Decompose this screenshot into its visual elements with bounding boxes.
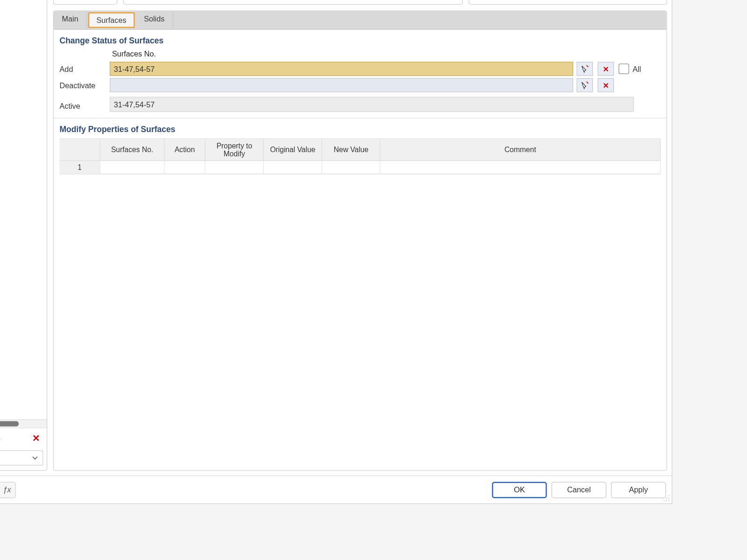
no-group: No. CS1 bbox=[53, 0, 118, 5]
svg-line-11 bbox=[586, 65, 588, 67]
add-pick-button[interactable] bbox=[577, 62, 593, 76]
tab-solids[interactable]: Solids bbox=[136, 11, 174, 29]
dialog-window: Construction Stages List CS1 Start | Mat… bbox=[0, 0, 672, 504]
deactivate-row-label: Deactivate bbox=[60, 81, 106, 90]
change-status-section: Change Status of Surfaces Surfaces No. A… bbox=[54, 30, 667, 112]
add-clear-button[interactable]: ✕ bbox=[598, 62, 614, 76]
modify-properties-section: Modify Properties of Surfaces Surfaces N… bbox=[54, 118, 667, 175]
dialog-button-bar: ? 0,00 ƒx OK Cancel Apply bbox=[0, 476, 672, 504]
col-original: Original Value bbox=[264, 139, 322, 161]
cell-original[interactable] bbox=[264, 161, 322, 174]
deactivate-surfaces-input[interactable] bbox=[110, 78, 573, 92]
svg-point-20 bbox=[668, 500, 669, 501]
filter-combo[interactable]: All (1) bbox=[0, 450, 43, 466]
tab-surfaces[interactable]: Surfaces bbox=[88, 12, 134, 28]
cell-comment[interactable] bbox=[381, 161, 661, 174]
col-action: Action bbox=[165, 139, 206, 161]
cell-surfaces-no[interactable] bbox=[100, 161, 165, 174]
list-panel: List CS1 Start | Material Lineariz bbox=[0, 0, 47, 471]
name-group: Construction Stage Name Start | Material… bbox=[123, 0, 463, 5]
deactivate-pick-button[interactable] bbox=[577, 78, 593, 92]
cell-property[interactable] bbox=[205, 161, 264, 174]
content-panel: Main Surfaces Solids Change Status of Su… bbox=[53, 11, 667, 471]
details-panel: No. CS1 Construction Stage Name Start | … bbox=[53, 0, 667, 471]
col-comment: Comment bbox=[381, 139, 661, 161]
active-row-label: Active bbox=[60, 101, 106, 110]
active-surfaces-field: 31-47,54-57 bbox=[110, 97, 634, 112]
row-number: 1 bbox=[60, 161, 101, 174]
svg-line-12 bbox=[586, 82, 588, 84]
col-surfaces-no: Surfaces No. bbox=[100, 139, 165, 161]
swap-button[interactable] bbox=[0, 432, 5, 445]
change-status-title: Change Status of Surfaces bbox=[60, 35, 661, 45]
table-row[interactable]: 1 bbox=[60, 161, 661, 174]
col-property: Property to Modify bbox=[205, 139, 264, 161]
all-checkbox[interactable] bbox=[619, 63, 629, 74]
svg-point-17 bbox=[668, 497, 669, 499]
delete-item-button[interactable]: ✕ bbox=[29, 432, 43, 445]
fx-button[interactable]: ƒx bbox=[0, 482, 16, 498]
cell-new[interactable] bbox=[322, 161, 381, 174]
apply-button[interactable]: Apply bbox=[611, 482, 666, 498]
svg-point-19 bbox=[666, 500, 667, 501]
ok-button[interactable]: OK bbox=[492, 482, 547, 498]
col-new: New Value bbox=[322, 139, 381, 161]
add-row-label: Add bbox=[60, 64, 106, 73]
resize-grip-icon[interactable] bbox=[662, 494, 671, 503]
surfaces-no-col-header: Surfaces No. bbox=[110, 49, 573, 59]
tab-main[interactable]: Main bbox=[54, 11, 87, 29]
modify-table-header: Surfaces No. Action Property to Modify O… bbox=[60, 139, 661, 161]
cell-action[interactable] bbox=[165, 161, 206, 174]
svg-point-15 bbox=[668, 495, 669, 497]
modify-table[interactable]: Surfaces No. Action Property to Modify O… bbox=[60, 138, 661, 175]
col-rownum bbox=[60, 139, 101, 161]
list-horizontal-scrollbar[interactable] bbox=[0, 420, 47, 428]
add-surfaces-input[interactable]: 31-47,54-57 bbox=[110, 62, 573, 76]
svg-point-16 bbox=[666, 497, 667, 499]
tabstrip: Main Surfaces Solids bbox=[54, 11, 667, 30]
chevron-down-icon bbox=[32, 454, 38, 462]
list-tree[interactable]: CS1 Start | Material Lineariz bbox=[0, 0, 47, 420]
svg-point-18 bbox=[663, 500, 665, 501]
all-label: All bbox=[633, 64, 641, 73]
list-toolbar: ✕ bbox=[0, 427, 47, 448]
cancel-button[interactable]: Cancel bbox=[551, 482, 606, 498]
to-solve-group: To Solve bbox=[469, 0, 667, 5]
modify-properties-title: Modify Properties of Surfaces bbox=[60, 124, 661, 133]
deactivate-clear-button[interactable]: ✕ bbox=[598, 78, 614, 92]
